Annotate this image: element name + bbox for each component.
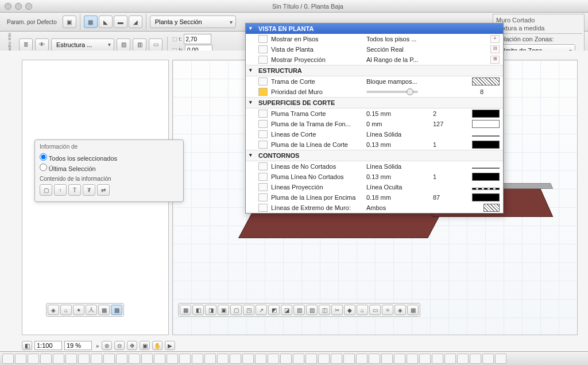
priority-slider[interactable] xyxy=(366,91,418,93)
ie-tool-icon[interactable] xyxy=(356,354,368,364)
text2-icon[interactable]: ₮ xyxy=(83,184,95,196)
t3-12-icon[interactable]: ◫ xyxy=(319,305,330,315)
t3-9-icon[interactable]: ◪ xyxy=(281,305,292,315)
marquee-tool-icon[interactable] xyxy=(15,354,26,364)
section-vista-planta[interactable]: VISTA EN PLANTA xyxy=(246,24,503,34)
estructura-dropdown[interactable]: Estructura ... xyxy=(51,38,114,51)
t3-5-icon[interactable]: ▢ xyxy=(230,305,242,315)
dash-swatch[interactable] xyxy=(472,188,500,190)
t3-1-icon[interactable]: ▦ xyxy=(180,305,191,315)
stairs-icon[interactable]: ≡ xyxy=(490,35,500,43)
mesh-tool-icon[interactable] xyxy=(116,354,127,364)
beam-tool-icon[interactable] xyxy=(78,354,90,364)
arrow-up-icon[interactable]: ↑ xyxy=(54,184,67,196)
t3-14-icon[interactable]: ◆ xyxy=(344,305,355,315)
t3-6-icon[interactable]: ◳ xyxy=(243,305,254,315)
pattern-icon[interactable]: ▥ xyxy=(133,38,146,51)
t3-19-icon[interactable]: ▦ xyxy=(407,305,419,315)
column-tool-icon[interactable] xyxy=(65,354,77,364)
line-swatch[interactable] xyxy=(472,168,500,169)
view-opts-icon[interactable]: ◧ xyxy=(22,341,32,350)
arrow-tool-icon[interactable] xyxy=(2,354,14,364)
elev-tool-icon[interactable] xyxy=(343,354,355,364)
wall-tool-icon[interactable] xyxy=(28,354,39,364)
doc-icon[interactable]: ▢ xyxy=(40,184,52,196)
more7-tool-icon[interactable] xyxy=(482,354,494,364)
t3-10-icon[interactable]: ▧ xyxy=(293,305,305,315)
window-tool-icon[interactable] xyxy=(53,354,64,364)
section-contornos[interactable]: CONTORNOS xyxy=(246,150,503,161)
scale-field[interactable]: 1:100 xyxy=(34,341,62,350)
mode-icon-2[interactable]: ◣ xyxy=(99,15,113,28)
nav-view-icon[interactable]: ▦ xyxy=(98,305,110,315)
section-tool-icon[interactable] xyxy=(331,354,342,364)
t3-7-icon[interactable]: ↗ xyxy=(256,305,267,315)
row-extremo-muro[interactable]: Líneas de Extremo de Muro:Ambos xyxy=(246,203,503,213)
section-estructura[interactable]: ESTRUCTURA xyxy=(246,65,503,76)
proj-icon[interactable]: ⊞ xyxy=(490,56,500,64)
dim-tool-icon[interactable] xyxy=(179,354,191,364)
figure-tool-icon[interactable] xyxy=(305,354,317,364)
object-tool-icon[interactable] xyxy=(141,354,153,364)
row-pluma-linea-corte[interactable]: Pluma de la Línea de Corte0.13 mm1 xyxy=(246,139,503,150)
pen-swatch[interactable] xyxy=(472,141,500,149)
t3-3-icon[interactable]: ◨ xyxy=(205,305,216,315)
row-lineas-corte[interactable]: Líneas de CorteLínea Sólida xyxy=(246,129,503,139)
hatch-icon[interactable]: ▨ xyxy=(117,38,130,51)
zone-tool-icon[interactable] xyxy=(129,354,140,364)
close-icon[interactable] xyxy=(5,3,11,10)
radio-todos[interactable]: Todos los seleccionados xyxy=(40,153,179,162)
info-panel[interactable]: Información de Todos los seleccionados Ú… xyxy=(34,139,184,202)
row-pluma-nocort[interactable]: Pluma Línea No Cortados0.13 mm1 xyxy=(246,172,503,182)
hotspot-tool-icon[interactable] xyxy=(293,354,304,364)
row-pluma-trama[interactable]: Pluma Trama Corte0.15 mm2 xyxy=(246,108,503,119)
t3-4-icon[interactable]: ▣ xyxy=(218,305,229,315)
radio-ultima[interactable]: Última Selección xyxy=(40,164,179,172)
t3-17-icon[interactable]: ✧ xyxy=(382,305,393,315)
textura-label[interactable]: Textura a medida xyxy=(495,24,582,32)
zoom-in-icon[interactable]: ⊕ xyxy=(102,341,112,350)
muro-cortado-label[interactable]: Muro Cortado xyxy=(495,16,582,24)
row-mostrar-pisos[interactable]: Mostrar en PisosTodos los pisos ...≡ xyxy=(246,34,503,44)
mode-icon-1[interactable]: ▦ xyxy=(84,15,98,28)
line-tool-icon[interactable] xyxy=(242,354,254,364)
more3-tool-icon[interactable] xyxy=(432,354,443,364)
label-tool-icon[interactable] xyxy=(217,354,229,364)
nav-cube-icon[interactable]: ◈ xyxy=(48,305,59,315)
planta-seccion-dropdown[interactable]: Planta y Sección xyxy=(150,15,236,28)
both-swatch[interactable] xyxy=(483,204,500,212)
section-icon[interactable]: ⊟ xyxy=(490,45,500,53)
properties-menu[interactable]: VISTA EN PLANTA Mostrar en PisosTodos lo… xyxy=(245,23,504,213)
wall-icon[interactable]: ▭ xyxy=(149,38,163,51)
row-mostrar-proyeccion[interactable]: Mostrar ProyecciónAl Rango de la P...⊞ xyxy=(246,55,503,65)
mode-icon-3[interactable]: ▬ xyxy=(114,15,127,28)
mode-icon-4[interactable]: ◢ xyxy=(129,15,142,28)
hatch-swatch[interactable] xyxy=(472,77,500,86)
nav-house-icon[interactable]: ⌂ xyxy=(60,305,72,315)
t3-13-icon[interactable]: ✂ xyxy=(331,305,343,315)
worksheet-tool-icon[interactable] xyxy=(381,354,393,364)
row-trama-corte[interactable]: Trama de CorteBloque mampos... xyxy=(246,76,503,87)
more6-tool-icon[interactable] xyxy=(470,354,481,364)
line-swatch[interactable] xyxy=(472,135,500,137)
section-superficies[interactable]: SUPERFICIES DE CORTE xyxy=(246,97,503,108)
detail-tool-icon[interactable] xyxy=(369,354,380,364)
pen-swatch[interactable] xyxy=(472,193,500,201)
pan-icon[interactable]: ✥ xyxy=(127,341,137,350)
stair-tool-icon[interactable] xyxy=(167,354,178,364)
row-pluma-fondo[interactable]: Pluma de la Trama de Fon...0 mm127 xyxy=(246,119,503,129)
row-prioridad-muro[interactable]: Prioridad del Muro8 xyxy=(246,87,503,97)
pen-swatch[interactable] xyxy=(472,120,500,128)
t3-11-icon[interactable]: ▨ xyxy=(306,305,318,315)
row-lineas-proy[interactable]: Líneas ProyecciónLínea Oculta xyxy=(246,182,503,192)
row-pluma-encima[interactable]: Pluma de la Línea por Encima0.18 mm87 xyxy=(246,192,503,203)
spline-tool-icon[interactable] xyxy=(280,354,292,364)
drawing-tool-icon[interactable] xyxy=(318,354,330,364)
zoom-field[interactable]: 19 % xyxy=(64,341,92,350)
nav-axes-icon[interactable]: ✦ xyxy=(73,305,84,315)
more4-tool-icon[interactable] xyxy=(444,354,456,364)
next-icon[interactable]: ▶ xyxy=(165,341,175,350)
fill-tool-icon[interactable] xyxy=(230,354,241,364)
t3-8-icon[interactable]: ◩ xyxy=(268,305,280,315)
t3-18-icon[interactable]: ◈ xyxy=(394,305,406,315)
